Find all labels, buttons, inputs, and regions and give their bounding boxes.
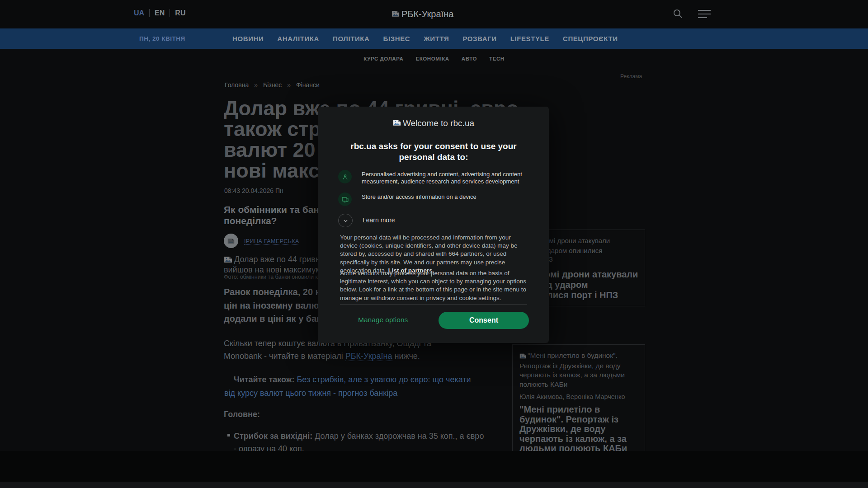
consent-button[interactable]: Consent <box>439 312 529 329</box>
nav-item-biznes[interactable]: БІЗНЕС <box>383 35 410 42</box>
nav-item-polityka[interactable]: ПОЛІТИКА <box>333 35 370 42</box>
main-points-label: Головне: <box>224 408 260 421</box>
bullet-bold: Стрибок за вихідні: <box>234 432 312 441</box>
breadcrumb-separator: » <box>254 81 258 89</box>
author-link[interactable]: ІРИНА ГАМЕРСЬКА <box>244 238 299 245</box>
breadcrumb-separator: » <box>287 81 291 89</box>
rbc-ukraine-link[interactable]: РБК-Україна <box>345 352 392 361</box>
sub-navigation: КУРС ДОЛАРА ЕКОНОМІКА АВТО TECH <box>0 49 868 69</box>
nav-item-analityka[interactable]: АНАЛІТИКА <box>277 35 319 42</box>
logo-alt-text: РБК-Україна <box>401 9 453 19</box>
consent-purposes: Personalised advertising and content, ad… <box>338 170 531 235</box>
person-icon <box>338 170 352 183</box>
read-also-link[interactable]: від курсу валют цього тижня - прогноз ба… <box>224 389 397 398</box>
nav-date: ПН, 20 КВІТНЯ <box>139 28 185 49</box>
menu-icon[interactable] <box>698 10 711 18</box>
broken-image-icon <box>392 9 400 19</box>
card-title[interactable]: "Мені прилетіло в будинок". Репортаж із … <box>519 405 638 454</box>
lang-ua[interactable]: UA <box>134 9 149 17</box>
subnav-ekonomika[interactable]: ЕКОНОМІКА <box>415 56 449 61</box>
purpose-item: Store and/or access information on a dev… <box>338 192 531 206</box>
consent-paragraph-1: Your personal data will be processed and… <box>340 234 528 275</box>
read-also-line: Читайте також: Без стрибків, але з уваго… <box>234 374 471 386</box>
subnav-kurs-dolara[interactable]: КУРС ДОЛАРА <box>363 56 403 61</box>
nav-item-rozvahy[interactable]: РОЗВАГИ <box>462 35 496 42</box>
purpose-text: Store and/or access information on a dev… <box>362 192 476 201</box>
consent-welcome: Welcome to rbc.ua <box>318 118 549 128</box>
footer-band <box>0 451 868 482</box>
card-image-placeholder: "Мені прилетіло в будинок". Репортаж із … <box>519 351 638 389</box>
nav-item-spetsproekty[interactable]: СПЕЦПРОЄКТИ <box>563 35 618 42</box>
language-switcher: UA EN RU <box>134 9 190 17</box>
read-also-link[interactable]: Без стрибків, але з увагою до євро: що ч… <box>295 375 471 384</box>
consent-heading: rbc.ua asks for your consent to use your… <box>336 141 531 163</box>
bullet-marker <box>227 434 230 436</box>
nav-items: НОВИНИ АНАЛІТИКА ПОЛІТИКА БІЗНЕС ЖИТТЯ Р… <box>232 28 618 49</box>
footer-strip <box>0 482 868 488</box>
breadcrumb-finansy[interactable]: Фінанси <box>296 81 320 89</box>
article-paragraph-line: Monobank - читайте в матеріалі РБК-Украї… <box>224 350 420 363</box>
breadcrumb-home[interactable]: Головна <box>225 81 249 89</box>
lang-en[interactable]: EN <box>150 9 170 17</box>
search-icon[interactable] <box>672 8 684 19</box>
devices-icon <box>338 192 352 206</box>
nav-item-novyny[interactable]: НОВИНИ <box>232 35 264 42</box>
purpose-text: Personalised advertising and content, ad… <box>362 170 531 185</box>
read-also-label: Читайте також: <box>234 375 295 384</box>
consent-paragraph-2: Some vendors may process your personal d… <box>340 269 528 302</box>
paragraph-text: нижче. <box>392 352 420 361</box>
breadcrumb-biznes[interactable]: Бізнес <box>263 81 282 89</box>
ad-label: Реклама <box>620 73 642 80</box>
purpose-item: Personalised advertising and content, ad… <box>338 170 531 185</box>
broken-image-icon <box>224 256 232 265</box>
nav-item-zhyttia[interactable]: ЖИТТЯ <box>424 35 449 42</box>
paragraph-text: Monobank - читайте в матеріалі <box>224 352 345 361</box>
learn-more-row: Learn more <box>338 214 531 227</box>
broken-image-icon <box>393 118 401 128</box>
nav-item-lifestyle[interactable]: LIFESTYLE <box>510 35 549 42</box>
main-navigation: ПН, 20 КВІТНЯ НОВИНИ АНАЛІТИКА ПОЛІТИКА … <box>0 28 868 49</box>
subnav-avto[interactable]: АВТО <box>462 56 477 61</box>
learn-more-link[interactable]: Learn more <box>363 214 395 224</box>
site-logo[interactable]: РБК-Україна <box>392 9 453 19</box>
breadcrumb: Головна » Бізнес » Фінанси <box>225 81 320 89</box>
article-timestamp: 08:43 20.04.2026 Пн <box>224 187 283 194</box>
subnav-tech[interactable]: TECH <box>489 56 505 61</box>
consent-welcome-text: Welcome to rbc.ua <box>403 118 474 128</box>
broken-image-icon <box>519 352 526 361</box>
divider <box>340 304 527 305</box>
author-avatar <box>224 234 238 248</box>
lang-ru[interactable]: RU <box>170 9 190 17</box>
card-authors: Юлія Акимова, Вероніка Марченко <box>519 393 638 400</box>
consent-dialog: Welcome to rbc.ua rbc.ua asks for your c… <box>318 107 549 343</box>
rbc-ua-page: UA EN RU РБК-Україна ПН, 20 КВІТНЯ НОВИН… <box>0 0 868 488</box>
manage-options-button[interactable]: Manage options <box>358 316 408 324</box>
read-also-line: від курсу валют цього тижня - прогноз ба… <box>224 387 397 400</box>
card-image-alt: "Мені прилетіло в будинок". Репортаж із … <box>519 352 625 388</box>
top-header: UA EN RU РБК-Україна <box>0 0 868 28</box>
chevron-down-icon[interactable] <box>338 214 353 227</box>
